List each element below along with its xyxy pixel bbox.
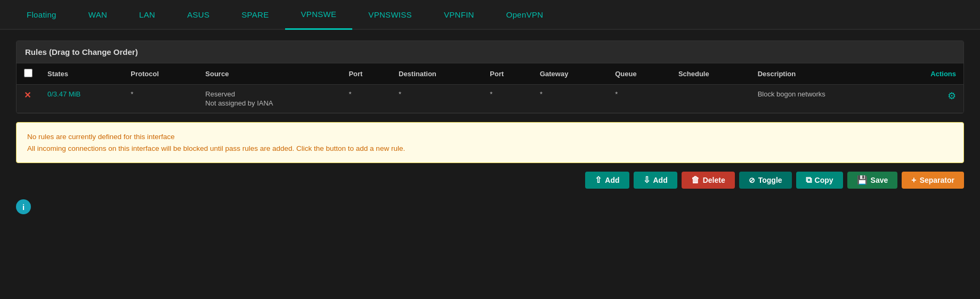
bottom-info: i <box>16 197 964 216</box>
source-line2: Not assigned by IANA <box>205 99 334 107</box>
action-buttons: ⇧ Add ⇩ Add 🗑 Delete ⊘ Toggle ⧉ Copy 💾 S… <box>16 172 964 197</box>
col-port2: Port <box>482 63 532 85</box>
select-all-checkbox[interactable] <box>24 69 33 77</box>
row-source: Reserved Not assigned by IANA <box>198 85 341 113</box>
source-multi: Reserved Not assigned by IANA <box>205 90 334 107</box>
rules-table: States Protocol Source Port Destination … <box>17 63 963 113</box>
copy-icon: ⧉ <box>806 176 812 184</box>
trash-icon: 🗑 <box>691 176 700 184</box>
row-schedule <box>671 85 750 113</box>
arrow-down-icon: ⇩ <box>643 176 650 184</box>
row-states: 0/3.47 MiB <box>40 85 123 113</box>
rule-disabled-icon: ✕ <box>24 91 31 100</box>
separator-button[interactable]: + Separator <box>902 172 964 189</box>
col-destination: Destination <box>391 63 482 85</box>
tab-bar: FloatingWANLANASUSSPAREVPNSWEVPNSWISSVPN… <box>0 0 980 30</box>
add-down-button[interactable]: ⇩ Add <box>634 172 677 189</box>
col-port1: Port <box>341 63 391 85</box>
col-description: Description <box>750 63 894 85</box>
delete-label: Delete <box>703 176 725 184</box>
col-states: States <box>40 63 123 85</box>
toggle-label: Toggle <box>758 176 782 184</box>
row-gateway: * <box>532 85 608 113</box>
rules-section: Rules (Drag to Change Order) States Prot… <box>16 41 964 114</box>
tab-floating[interactable]: Floating <box>11 1 72 29</box>
table-header-row: States Protocol Source Port Destination … <box>17 63 963 85</box>
info-button[interactable]: i <box>16 199 31 214</box>
separator-label: Separator <box>920 176 954 184</box>
row-actions: ⚙ <box>894 85 963 113</box>
row-queue: * <box>608 85 671 113</box>
col-protocol: Protocol <box>123 63 198 85</box>
copy-button[interactable]: ⧉ Copy <box>796 172 843 189</box>
row-description: Block bogon networks <box>750 85 894 113</box>
col-schedule: Schedule <box>671 63 750 85</box>
col-source: Source <box>198 63 341 85</box>
tab-wan[interactable]: WAN <box>72 1 123 29</box>
row-port2: * <box>482 85 532 113</box>
info-box: No rules are currently defined for this … <box>16 122 964 163</box>
info-line2: All incoming connections on this interfa… <box>27 143 953 155</box>
save-button[interactable]: 💾 Save <box>847 172 898 189</box>
copy-label: Copy <box>815 176 833 184</box>
ban-icon: ⊘ <box>749 176 755 184</box>
tab-asus[interactable]: ASUS <box>171 1 225 29</box>
tab-vpnswe[interactable]: VPNSWE <box>285 0 353 30</box>
row-protocol: * <box>123 85 198 113</box>
table-row: ✕ 0/3.47 MiB * Reserved Not assigned by … <box>17 85 963 113</box>
gear-icon[interactable]: ⚙ <box>947 90 956 102</box>
tab-vpnfin[interactable]: VPNFIN <box>428 1 490 29</box>
arrow-up-icon: ⇧ <box>595 176 602 184</box>
save-label: Save <box>871 176 888 184</box>
select-all-header <box>17 63 40 85</box>
col-actions: Actions <box>894 63 963 85</box>
save-icon: 💾 <box>857 176 868 184</box>
tab-vpnswiss[interactable]: VPNSWISS <box>352 1 428 29</box>
info-line1: No rules are currently defined for this … <box>27 131 953 143</box>
col-gateway: Gateway <box>532 63 608 85</box>
add-up-button[interactable]: ⇧ Add <box>585 172 629 189</box>
row-destination: * <box>391 85 482 113</box>
row-checkbox-cell: ✕ <box>17 85 40 113</box>
tab-openvpn[interactable]: OpenVPN <box>490 1 560 29</box>
tab-spare[interactable]: SPARE <box>225 1 285 29</box>
row-port1: * <box>341 85 391 113</box>
plus-icon: + <box>911 176 916 184</box>
main-content: Rules (Drag to Change Order) States Prot… <box>0 30 980 227</box>
source-line1: Reserved <box>205 90 334 98</box>
rules-section-title: Rules (Drag to Change Order) <box>17 41 963 63</box>
add-up-label: Add <box>605 176 619 184</box>
toggle-button[interactable]: ⊘ Toggle <box>739 172 792 189</box>
info-icon: i <box>22 203 25 212</box>
add-down-label: Add <box>653 176 668 184</box>
delete-button[interactable]: 🗑 Delete <box>682 172 735 189</box>
tab-lan[interactable]: LAN <box>123 1 171 29</box>
col-queue: Queue <box>608 63 671 85</box>
